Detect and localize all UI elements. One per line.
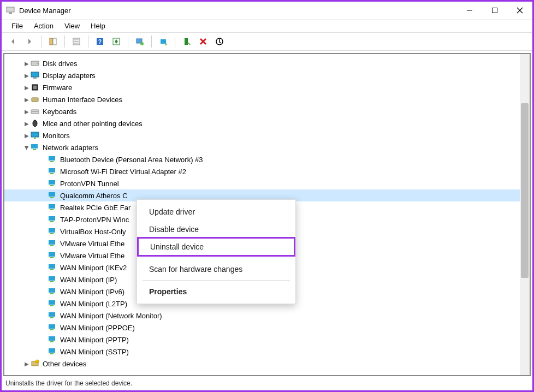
net-icon xyxy=(48,155,57,164)
svg-rect-53 xyxy=(50,257,54,258)
monitor-icon xyxy=(31,131,39,140)
tree-label: Disk drives xyxy=(43,60,78,68)
tree-label: WAN Miniport (SSTP) xyxy=(60,348,129,356)
svg-rect-38 xyxy=(49,168,55,173)
svg-rect-27 xyxy=(33,86,37,89)
tree-category-network[interactable]: ▶Network adapters xyxy=(4,141,520,153)
disk-icon xyxy=(31,59,39,68)
minimize-button[interactable] xyxy=(457,2,482,19)
scan-hardware-button[interactable] xyxy=(133,34,147,49)
tree-label: ProtonVPN Tunnel xyxy=(60,180,119,188)
tree-label: WAN Miniport (IP) xyxy=(60,276,117,284)
chevron-right-icon[interactable]: ▶ xyxy=(23,97,31,103)
net-icon xyxy=(48,275,57,284)
context-menu-item[interactable]: Scan for hardware changes xyxy=(137,260,295,278)
tree-category[interactable]: ▶Display adapters xyxy=(4,69,520,81)
update-driver-button[interactable] xyxy=(156,34,170,49)
net-icon xyxy=(48,191,57,200)
net-icon xyxy=(48,287,57,296)
svg-rect-24 xyxy=(31,72,39,77)
scrollbar[interactable] xyxy=(520,54,530,375)
chevron-down-icon[interactable]: ▶ xyxy=(24,144,30,151)
mouse-icon xyxy=(31,119,39,128)
menubar: File Action View Help xyxy=(2,19,532,32)
svg-rect-59 xyxy=(50,293,54,294)
context-menu-item[interactable]: Uninstall device xyxy=(138,238,294,256)
chevron-right-icon[interactable]: ▶ xyxy=(23,85,31,91)
chevron-right-icon[interactable]: ▶ xyxy=(23,361,31,367)
forward-button[interactable] xyxy=(22,34,37,49)
tree-item[interactable]: ProtonVPN Tunnel xyxy=(4,177,520,189)
close-button[interactable] xyxy=(507,2,532,19)
tree-item[interactable]: WAN Miniport (PPTP) xyxy=(4,334,520,346)
tree-label: WAN Miniport (L2TP) xyxy=(60,300,127,308)
chevron-right-icon[interactable]: ▶ xyxy=(23,121,31,127)
chevron-right-icon[interactable]: ▶ xyxy=(23,109,31,115)
disable-device-button[interactable] xyxy=(212,34,227,49)
maximize-button[interactable] xyxy=(482,2,507,19)
uninstall-device-button[interactable] xyxy=(196,34,210,49)
net-icon xyxy=(48,239,57,248)
scrollbar-thumb[interactable] xyxy=(521,103,529,278)
context-menu-item[interactable]: Update driver xyxy=(137,203,295,221)
tree-label: Bluetooth Device (Personal Area Network)… xyxy=(60,156,203,164)
tree-item[interactable]: WAN Miniport (PPPOE) xyxy=(4,322,520,334)
show-hide-console-tree-button[interactable] xyxy=(46,34,60,49)
tree-item[interactable]: WAN Miniport (Network Monitor) xyxy=(4,310,520,322)
display-icon xyxy=(31,71,39,80)
tree-category[interactable]: ▶Disk drives xyxy=(4,57,520,69)
menu-file[interactable]: File xyxy=(7,21,27,31)
net-icon xyxy=(48,227,57,236)
tree-category[interactable]: ▶Keyboards xyxy=(4,105,520,117)
action-button[interactable] xyxy=(109,34,123,49)
svg-rect-25 xyxy=(33,78,37,79)
net-icon xyxy=(48,179,57,188)
enable-device-button[interactable] xyxy=(180,34,194,49)
tree-category[interactable]: ▶Human Interface Devices xyxy=(4,93,520,105)
context-menu-item[interactable]: Disable device xyxy=(137,221,295,238)
svg-rect-48 xyxy=(49,228,55,233)
net-icon xyxy=(48,299,57,308)
context-menu-item[interactable]: Properties xyxy=(137,283,295,300)
svg-rect-63 xyxy=(50,317,54,318)
tree-label: WAN Miniport (IKEv2 xyxy=(60,264,127,272)
keyboard-icon xyxy=(31,107,39,116)
back-button[interactable] xyxy=(6,34,20,49)
help-button[interactable]: ? xyxy=(93,34,107,49)
window-title: Device Manager xyxy=(19,7,457,15)
tree-item[interactable]: Microsoft Wi-Fi Direct Virtual Adapter #… xyxy=(4,165,520,177)
menu-action[interactable]: Action xyxy=(29,21,58,31)
svg-text:!: ! xyxy=(37,360,37,364)
svg-point-31 xyxy=(33,120,37,127)
tree-item[interactable]: WAN Miniport (SSTP) xyxy=(4,346,520,358)
svg-rect-1 xyxy=(9,13,12,14)
chevron-right-icon[interactable]: ▶ xyxy=(23,61,31,67)
svg-rect-51 xyxy=(50,245,54,246)
tree-item[interactable]: Bluetooth Device (Personal Area Network)… xyxy=(4,153,520,165)
menu-help[interactable]: Help xyxy=(86,21,110,31)
svg-rect-28 xyxy=(32,98,38,102)
tree-label: Other devices xyxy=(43,360,86,368)
svg-rect-37 xyxy=(50,161,54,162)
tree-category-other[interactable]: ▶!Other devices xyxy=(4,358,520,370)
svg-rect-36 xyxy=(49,156,55,161)
properties-button[interactable] xyxy=(69,34,84,49)
svg-rect-34 xyxy=(31,144,38,149)
chevron-right-icon[interactable]: ▶ xyxy=(23,133,31,139)
menu-view[interactable]: View xyxy=(60,21,84,31)
net-icon xyxy=(48,335,57,344)
tree-label: Network adapters xyxy=(43,144,98,152)
tree-category[interactable]: ▶Monitors xyxy=(4,129,520,141)
svg-rect-18 xyxy=(185,38,188,45)
tree-category[interactable]: ▶Mice and other pointing devices xyxy=(4,117,520,129)
svg-rect-47 xyxy=(50,221,54,222)
chevron-right-icon[interactable]: ▶ xyxy=(23,73,31,79)
svg-rect-39 xyxy=(50,173,54,174)
svg-rect-66 xyxy=(49,336,55,341)
svg-rect-69 xyxy=(50,353,54,354)
svg-rect-46 xyxy=(49,216,55,221)
net-icon xyxy=(48,263,57,272)
tree-category[interactable]: ▶Firmware xyxy=(4,81,520,93)
context-menu: Update driverDisable deviceUninstall dev… xyxy=(137,199,296,304)
net-icon xyxy=(48,167,57,176)
